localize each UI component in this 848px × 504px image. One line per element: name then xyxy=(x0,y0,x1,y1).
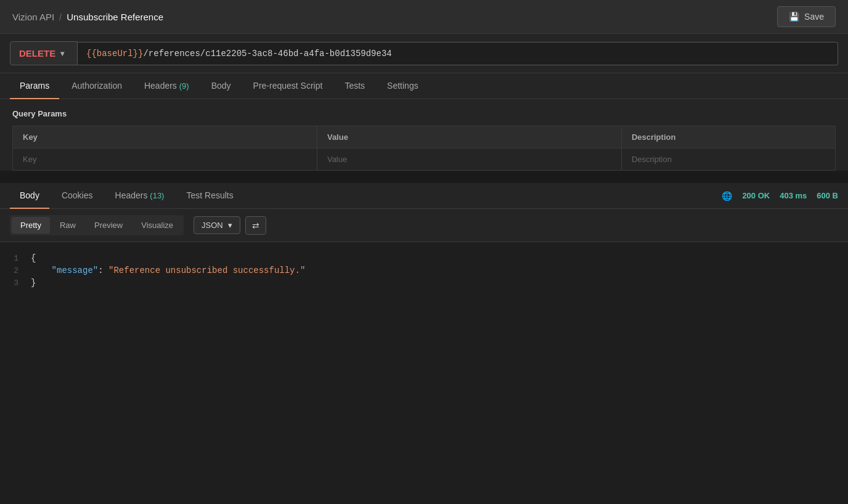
tab-body[interactable]: Body xyxy=(202,73,241,99)
json-label: JSON xyxy=(202,221,223,230)
resp-tab-body[interactable]: Body xyxy=(10,183,49,209)
tab-pre-request-script[interactable]: Pre-request Script xyxy=(243,73,333,99)
page-title: Unsubscribe Reference xyxy=(67,12,163,22)
code-line-1: 1 { xyxy=(0,252,848,264)
format-preview[interactable]: Preview xyxy=(86,217,131,234)
method-url-bar: DELETE ▾ {{baseUrl}}/references/c11e2205… xyxy=(0,34,848,73)
format-pretty[interactable]: Pretty xyxy=(12,217,50,234)
wrap-icon: ⇄ xyxy=(252,221,259,230)
line-number: 3 xyxy=(0,278,31,288)
breadcrumb-separator: / xyxy=(59,12,62,22)
table-row: Key Value Description xyxy=(13,148,836,171)
tab-headers[interactable]: Headers (9) xyxy=(134,73,199,99)
description-cell[interactable]: Description xyxy=(621,148,835,171)
chevron-down-icon: ▾ xyxy=(228,221,232,230)
code-key-value: "message": "Reference unsubscribed succe… xyxy=(31,266,305,275)
wrap-button[interactable]: ⇄ xyxy=(245,216,266,235)
resp-tab-test-results[interactable]: Test Results xyxy=(176,183,243,209)
response-time: 403 ms xyxy=(780,191,807,200)
code-line-3: 3 } xyxy=(0,277,848,289)
format-tabs: Pretty Raw Preview Visualize xyxy=(10,215,184,235)
globe-icon: 🌐 xyxy=(722,191,732,201)
url-template-part: {{baseUrl}} xyxy=(86,49,143,59)
tab-tests[interactable]: Tests xyxy=(335,73,375,99)
format-visualize[interactable]: Visualize xyxy=(132,217,182,234)
code-view: 1 { 2 "message": "Reference unsubscribed… xyxy=(0,242,848,299)
value-cell[interactable]: Value xyxy=(317,148,621,171)
tab-settings[interactable]: Settings xyxy=(377,73,428,99)
tab-params[interactable]: Params xyxy=(10,73,59,99)
line-number: 2 xyxy=(0,266,31,275)
status-code: 200 OK xyxy=(742,191,770,200)
response-meta: 🌐 200 OK 403 ms 600 B xyxy=(722,191,838,201)
resp-tab-cookies[interactable]: Cookies xyxy=(52,183,103,209)
resp-tab-headers[interactable]: Headers (13) xyxy=(105,183,174,209)
url-path-part: /references/c11e2205-3ac8-46bd-a4fa-b0d1… xyxy=(143,49,391,59)
headers-badge: (9) xyxy=(179,81,189,91)
save-button[interactable]: 💾 Save xyxy=(777,6,836,27)
format-raw[interactable]: Raw xyxy=(51,217,84,234)
breadcrumb: Vizion API / Unsubscribe Reference xyxy=(12,12,163,22)
save-label: Save xyxy=(804,12,824,22)
format-bar: Pretty Raw Preview Visualize JSON ▾ ⇄ xyxy=(0,209,848,242)
url-bar[interactable]: {{baseUrl}}/references/c11e2205-3ac8-46b… xyxy=(78,42,838,65)
response-section: Body Cookies Headers (13) Test Results 🌐… xyxy=(0,183,848,299)
code-brace-open: { xyxy=(31,253,36,263)
code-line-2: 2 "message": "Reference unsubscribed suc… xyxy=(0,264,848,277)
request-tabs: Params Authorization Headers (9) Body Pr… xyxy=(0,73,848,99)
response-tabs: Body Cookies Headers (13) Test Results 🌐… xyxy=(0,183,848,209)
col-header-value: Value xyxy=(317,126,621,148)
section-divider xyxy=(0,171,848,183)
breadcrumb-root[interactable]: Vizion API xyxy=(12,12,54,22)
resp-headers-badge: (13) xyxy=(150,191,164,200)
col-header-description: Description xyxy=(621,126,835,148)
tab-authorization[interactable]: Authorization xyxy=(62,73,132,99)
save-icon: 💾 xyxy=(789,12,799,22)
col-header-key: Key xyxy=(13,126,317,148)
top-bar: Vizion API / Unsubscribe Reference 💾 Sav… xyxy=(0,0,848,34)
code-brace-close: } xyxy=(31,278,36,288)
chevron-down-icon: ▾ xyxy=(60,49,64,58)
key-cell[interactable]: Key xyxy=(13,148,317,171)
json-format-selector[interactable]: JSON ▾ xyxy=(194,216,240,234)
query-params-title: Query Params xyxy=(12,109,836,118)
response-size: 600 B xyxy=(817,191,838,200)
method-label: DELETE xyxy=(19,48,55,59)
query-params-section: Query Params Key Value Description Key V… xyxy=(0,99,848,171)
params-table: Key Value Description Key Value Descript… xyxy=(12,126,836,171)
method-selector[interactable]: DELETE ▾ xyxy=(10,41,78,65)
line-number: 1 xyxy=(0,254,31,263)
